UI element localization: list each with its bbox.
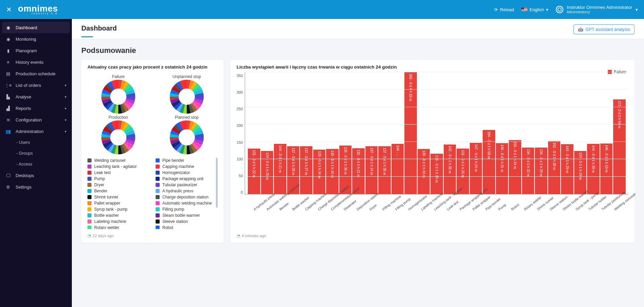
sidebar-item-administration[interactable]: 👥 Administration▾ — [0, 126, 72, 137]
chart-bar[interactable]: 146 - 0 d 1 h 31 m — [496, 143, 508, 194]
language-select[interactable]: English ▾ — [521, 7, 548, 12]
legend-item[interactable]: Steam bottle warmer — [156, 213, 218, 218]
legend-item[interactable]: Leak test — [87, 170, 149, 175]
donut-chart[interactable] — [101, 80, 135, 114]
chart-bar[interactable]: 137 - 0 d 1 h 27 m — [300, 146, 313, 194]
sidebar-item-monitoring[interactable]: ◉ Monitoring — [0, 33, 72, 45]
gpt-assistant-button[interactable]: 🤖 GPT assistant analysis — [573, 24, 635, 34]
y-tick: 100 — [237, 157, 243, 161]
legend-swatch — [87, 183, 92, 187]
chart-plot: 131 - 0 d 1 h 22 m124 - 0 d 1 h 25 m144 … — [245, 72, 628, 194]
chart-bar[interactable]: 144 - 0 d 1 h 21 m — [274, 144, 286, 194]
legend-item[interactable]: Filling pump — [156, 207, 218, 212]
y-tick: 50 — [239, 174, 243, 178]
legend-item[interactable]: Shrink tunnel — [87, 194, 149, 200]
user-name: Instruktor Omnimes Administrator — [567, 5, 632, 10]
donut-chart[interactable] — [101, 120, 135, 154]
legend-item[interactable]: A hydraulic press — [156, 188, 218, 194]
legend-item[interactable]: Pump — [87, 176, 149, 181]
chart-bar[interactable]: 130 - 0 d 1 h 43 m — [418, 149, 430, 194]
legend-swatch — [87, 207, 92, 211]
legend-item[interactable]: Automatic welding machine — [156, 200, 218, 206]
sidebar-item-list-of-orders[interactable]: ⋮≡ List of orders▾ — [0, 79, 72, 91]
legend-label: Robot — [162, 225, 173, 229]
chart-bar[interactable]: 124 - 0 d 1 h 25 m — [261, 151, 274, 194]
legend-label: Rotary welder — [94, 225, 119, 229]
bar-value-label: 144 - … — [396, 145, 400, 157]
legend-item[interactable]: Pipe bender — [156, 158, 218, 163]
brand-logo[interactable]: omnimes industry 4.0 — [18, 4, 58, 15]
sidebar: ◉ Dashboard◉ Monitoring▮ Planogram≡ Hist… — [0, 19, 72, 307]
legend-swatch — [87, 195, 92, 199]
bar-value-label: 152 - 0 d 1 h 38 m — [552, 142, 556, 170]
sidebar-item-configuration[interactable]: ≋ Configuration▾ — [0, 114, 72, 126]
sidebar-item-history-events[interactable]: ≡ History events — [0, 56, 72, 68]
chart-bar[interactable]: 124 - 0 d 1 h 19 m — [574, 151, 587, 194]
eye-icon: ◉ — [5, 36, 11, 42]
user-icon — [556, 6, 563, 13]
legend-item[interactable]: Homogenizator — [156, 170, 218, 175]
legend-item[interactable]: Labeling machine — [87, 219, 149, 224]
chart-bar[interactable]: 142 - 0 d 1 h 35 m — [444, 145, 456, 194]
sidebar-item-settings[interactable]: ⚙ Settings — [0, 181, 72, 193]
chart-bar[interactable]: 184 - 0 d 1 h 59 m — [483, 130, 495, 194]
legend-item[interactable]: Rotary welder — [87, 225, 149, 229]
legend-swatch — [87, 201, 92, 205]
chevron-down-icon: ▾ — [65, 130, 66, 133]
close-icon[interactable]: ✕ — [6, 5, 12, 14]
chart-bar[interactable]: 350 - 0 d 4 h 10 m — [404, 72, 417, 194]
chart-bar[interactable]: 147 - 0 d 1 h 24 m — [470, 143, 482, 194]
donut-title: Unplanned stop — [173, 74, 201, 79]
sidebar-item-dashboard[interactable]: ◉ Dashboard — [2, 22, 70, 33]
chart-bar[interactable]: 128 - 0 d 1 h 34 m — [313, 150, 326, 194]
legend-item[interactable]: Bottle washer — [87, 213, 149, 218]
legend-swatch — [156, 207, 160, 211]
reload-button[interactable]: ⟳ Reload — [494, 7, 514, 12]
legend-label: Pump — [94, 176, 105, 181]
chart-bar[interactable]: 116 - 0 d 1 h 15 m — [430, 154, 443, 194]
chart-bar[interactable]: 155 - 0 d 1 h 24 m — [509, 140, 521, 194]
chart-bar[interactable]: 134 - 0 d 1 h 32 m — [522, 148, 535, 194]
sidebar-item-desktops[interactable]: 🖵 Desktops — [0, 170, 72, 181]
sidebar-item-planogram[interactable]: ▮ Planogram — [0, 45, 72, 56]
legend-item[interactable]: Package wrapping unit — [156, 176, 218, 181]
chart-bar[interactable]: 137 - 0 d 1 h 35 m — [378, 146, 391, 194]
legend-item[interactable]: Dryer — [87, 182, 149, 188]
legend-item[interactable]: Syrup tank - pump — [87, 207, 149, 212]
user-menu[interactable]: Instruktor Omnimes Administrator Adminis… — [556, 5, 638, 14]
legend-item[interactable]: Sleeve station — [156, 219, 218, 224]
legend-scroll[interactable]: Welding carousel Pipe bender Leaching ta… — [87, 158, 218, 229]
chart-bar[interactable]: 145 - 0 d 1 h 13 m — [600, 143, 613, 194]
legend-item[interactable]: Robot — [156, 225, 218, 229]
chart-bar[interactable]: 131 - 0 d 1 h 25 m — [457, 149, 469, 194]
legend-item[interactable]: Capping machine — [156, 164, 218, 169]
chart-bar[interactable]: 152 - 0 d 1 h 38 m — [548, 141, 561, 194]
chart-bar[interactable]: 144 - … — [391, 144, 404, 194]
legend-item[interactable]: Pallet wrapper — [87, 200, 149, 206]
legend-item[interactable]: Bender — [87, 188, 149, 194]
robot-icon: 🤖 — [578, 27, 583, 32]
chart-bar[interactable]: 272 - 0 d 2 h 54 m — [613, 99, 626, 194]
legend-item[interactable]: Charge deposition station — [156, 194, 218, 200]
sidebar-item-label: Production schedule — [16, 71, 56, 76]
sidebar-subitem[interactable]: - Access — [0, 159, 72, 170]
bar-value-label: 137 - 0 d 1 h 28 m — [291, 148, 295, 175]
donut-chart[interactable] — [170, 80, 204, 114]
chart-bar[interactable]: 131 - 0 d 1 h 22 m — [248, 149, 260, 194]
chart-bar[interactable]: 137 - 0 d 1 h 24 m — [365, 146, 378, 194]
chart-bar[interactable]: 130 - 0 d 1 h 16 m — [326, 149, 339, 194]
sidebar-item-analyse[interactable]: ▙ Analyse▾ — [0, 91, 72, 102]
sidebar-subitem[interactable]: - Groups — [0, 148, 72, 159]
sidebar-item-production-schedule[interactable]: ▤ Production schedule — [0, 68, 72, 79]
chart-bar[interactable]: 144 - 0 d 1 h 38 m — [587, 144, 600, 194]
legend-swatch — [87, 171, 92, 175]
donut-chart[interactable] — [170, 120, 204, 154]
legend-item[interactable]: Welding carousel — [87, 158, 149, 163]
chart-bar[interactable]: 134 - 0 d 1 h 20 m — [535, 148, 547, 194]
chart-bar[interactable]: 143 - 0 d 1 h 29 m — [561, 144, 573, 194]
sidebar-item-reports[interactable]: ▟ Reports▾ — [0, 102, 72, 114]
legend-item[interactable]: Tubular pasteurizer — [156, 182, 218, 188]
sidebar-subitem[interactable]: - Users — [0, 137, 72, 148]
legend-item[interactable]: Leaching tank - agitator — [87, 164, 149, 169]
legend-label: Leaching tank - agitator — [94, 164, 137, 169]
